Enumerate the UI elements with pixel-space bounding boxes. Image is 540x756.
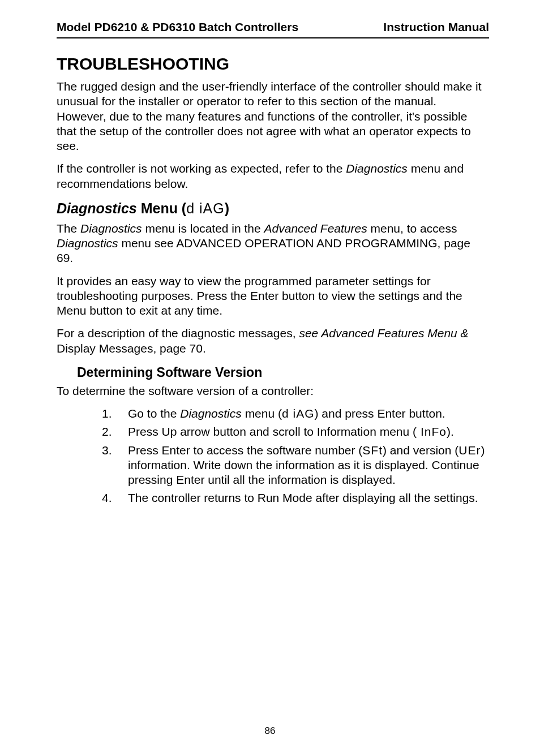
list-number: 3. [102, 443, 128, 488]
header-right: Instruction Manual [383, 20, 489, 34]
heading-plain: Menu ( [137, 200, 187, 216]
list-number: 4. [102, 491, 128, 505]
list-item: 1. Go to the Diagnostics menu (d iAG) an… [102, 406, 489, 421]
text-emphasis: Advanced Features [264, 222, 367, 235]
text-span: menu is located in the [142, 222, 264, 235]
segment-display-text: d iAG [282, 407, 315, 420]
list-text: The controller returns to Run Mode after… [128, 491, 489, 505]
text-span: If the controller is not working as expe… [57, 162, 346, 175]
paragraph-diag-2: It provides an easy way to view the prog… [57, 274, 489, 319]
list-item: 2. Press Up arrow button and scroll to I… [102, 424, 489, 439]
text-span: For a description of the diagnostic mess… [57, 327, 299, 340]
heading-emphasis: Diagnostics [57, 200, 137, 216]
heading-plain: ) [225, 200, 229, 216]
heading-segment-display: d iAG [186, 200, 225, 216]
text-span: ) and version ( [383, 444, 458, 457]
text-span: The [57, 222, 80, 235]
subsection-heading-diagnostics: Diagnostics Menu (d iAG) [57, 200, 489, 217]
segment-display-text: InFo [417, 425, 447, 438]
paragraph-diag-3: For a description of the diagnostic mess… [57, 326, 489, 356]
list-number: 2. [102, 424, 128, 439]
text-emphasis: Diagnostics [346, 162, 408, 175]
text-span: Go to the [128, 407, 180, 420]
text-emphasis: Diagnostics [180, 407, 242, 420]
text-emphasis: see Advanced Features Menu & [299, 327, 468, 340]
text-span: menu, to access [367, 222, 457, 235]
list-item: 4. The controller returns to Run Mode af… [102, 491, 489, 505]
list-text: Press Enter to access the software numbe… [128, 443, 489, 488]
paragraph-software-ver: To determine the software version of a c… [57, 384, 489, 398]
text-span: menu ( [242, 407, 282, 420]
section-heading-troubleshooting: TROUBLESHOOTING [57, 54, 489, 74]
subsubsection-heading-software-version: Determining Software Version [77, 365, 489, 380]
list-number: 1. [102, 406, 128, 421]
text-span: ). [447, 425, 454, 438]
text-span: Press Enter to access the software numbe… [128, 444, 362, 457]
text-span: Display Messages, page 70. [57, 342, 206, 355]
paragraph-intro-2: If the controller is not working as expe… [57, 161, 489, 191]
page-header: Model PD6210 & PD6310 Batch Controllers … [57, 20, 489, 34]
header-left: Model PD6210 & PD6310 Batch Controllers [57, 20, 298, 34]
list-text: Press Up arrow button and scroll to Info… [128, 424, 489, 439]
text-emphasis: Diagnostics [57, 237, 118, 250]
text-emphasis: Diagnostics [80, 222, 142, 235]
list-text: Go to the Diagnostics menu (d iAG) and p… [128, 406, 489, 421]
paragraph-diag-1: The Diagnostics menu is located in the A… [57, 221, 489, 266]
text-span: ) and press Enter button. [315, 407, 445, 420]
ordered-list-steps: 1. Go to the Diagnostics menu (d iAG) an… [102, 406, 489, 506]
paragraph-intro-1: The rugged design and the user-friendly … [57, 79, 489, 153]
list-item: 3. Press Enter to access the software nu… [102, 443, 489, 488]
text-span: Press Up arrow button and scroll to Info… [128, 425, 417, 438]
page-number: 86 [0, 725, 540, 737]
segment-display-text: UEr [458, 444, 481, 457]
segment-display-text: SFt [362, 444, 383, 457]
text-span: menu see ADVANCED OPERATION AND PROGRAMM… [57, 237, 470, 264]
header-rule [57, 37, 489, 38]
